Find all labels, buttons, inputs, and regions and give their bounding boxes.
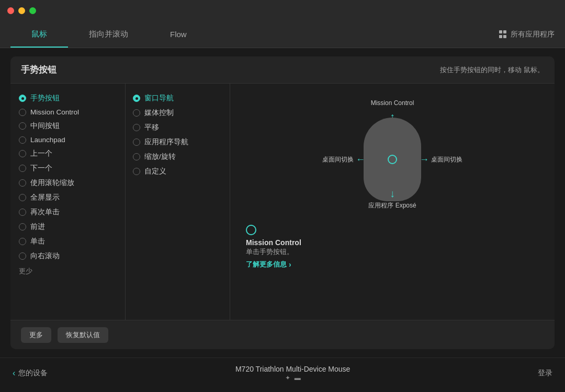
list-item-fullscreen[interactable]: 全屏显示: [10, 190, 125, 205]
all-apps-label: 所有应用程序: [511, 30, 555, 39]
close-button[interactable]: [7, 7, 14, 14]
mouse-right-group: → 桌面间切换: [420, 154, 462, 165]
middle-item-pan[interactable]: 平移: [126, 120, 230, 135]
middle-item-window-nav[interactable]: 窗口导航: [126, 91, 230, 106]
usb-icon: ▬: [295, 374, 301, 382]
back-label: 您的设备: [18, 368, 48, 378]
right-panel: Mission Control ↑ ↓ 应用程序 Exposé 桌面间切换 ←: [230, 84, 555, 320]
list-item-forward[interactable]: 前进: [10, 220, 125, 234]
section-header: 手势按钮 按住手势按钮的同时，移动 鼠标。: [10, 56, 555, 84]
main-card: 手势按钮 按住手势按钮的同时，移动 鼠标。 手势按钮 Mission Contr…: [10, 56, 555, 349]
section-description: 按住手势按钮的同时，移动 鼠标。: [440, 65, 544, 75]
radio-forward: [19, 223, 26, 230]
list-item-click[interactable]: 单击: [10, 234, 125, 249]
show-less-button[interactable]: 更少: [10, 263, 125, 279]
radio-custom: [133, 168, 140, 175]
info-description: 单击手势按钮。: [246, 248, 301, 257]
mouse-visualization: Mission Control ↑ ↓ 应用程序 Exposé 桌面间切换 ←: [319, 99, 466, 220]
radio-mission-control: [19, 109, 26, 116]
mouse-center-dot: [388, 155, 397, 164]
grid-icon: [499, 30, 507, 39]
list-item-launchpad[interactable]: Launchpad: [10, 133, 125, 146]
left-panel: 手势按钮 Mission Control 中间按钮 Launchpad 上一个 …: [10, 84, 126, 320]
device-name: M720 Triathlon Multi-Device Mouse: [235, 365, 350, 373]
list-item-scroll-zoom[interactable]: 使用滚轮缩放: [10, 176, 125, 190]
mouse-label-top: Mission Control: [371, 99, 414, 107]
radio-scroll-right: [19, 252, 26, 260]
mouse-label-left: 桌面间切换: [322, 155, 354, 164]
mouse-left-group: 桌面间切换 ←: [322, 154, 365, 165]
radio-next: [19, 165, 26, 172]
all-apps-section[interactable]: 所有应用程序: [499, 21, 555, 48]
info-title: Mission Control: [246, 238, 301, 247]
section-title: 手势按钮: [21, 64, 56, 76]
maximize-button[interactable]: [29, 7, 36, 14]
content-area: 手势按钮 Mission Control 中间按钮 Launchpad 上一个 …: [10, 84, 555, 320]
radio-middle-btn: [19, 122, 26, 130]
bottom-bar: 更多 恢复默认值: [10, 320, 555, 349]
tab-point-scroll[interactable]: 指向并滚动: [68, 21, 149, 48]
restore-defaults-button[interactable]: 恢复默认值: [58, 327, 108, 343]
mouse-label-bottom: 应用程序 Exposé: [368, 201, 416, 210]
radio-scroll-zoom: [19, 179, 26, 187]
arrow-left-icon: ←: [356, 154, 365, 165]
arrow-down-icon: ↓: [390, 188, 395, 200]
arrow-right-icon: →: [420, 154, 429, 165]
footer: ‹ 您的设备 M720 Triathlon Multi-Device Mouse…: [0, 358, 565, 388]
radio-gesture-btn: [19, 95, 26, 102]
middle-item-app-nav[interactable]: 应用程序导航: [126, 135, 230, 149]
list-item-mission-control[interactable]: Mission Control: [10, 106, 125, 119]
middle-panel: 窗口导航 媒体控制 平移 应用程序导航 缩放/旋转 自定义: [126, 84, 230, 320]
radio-launchpad: [19, 136, 26, 144]
radio-media-ctrl: [133, 109, 140, 117]
login-button[interactable]: 登录: [538, 368, 552, 378]
chevron-right-icon: ›: [289, 260, 291, 269]
tabbar: 鼠标 指向并滚动 Flow 所有应用程序: [0, 21, 565, 48]
middle-item-custom[interactable]: 自定义: [126, 164, 230, 179]
tab-mouse[interactable]: 鼠标: [10, 21, 68, 48]
radio-app-nav: [133, 139, 140, 146]
tab-list: 鼠标 指向并滚动 Flow: [10, 21, 499, 48]
tab-flow[interactable]: Flow: [149, 21, 208, 48]
radio-click: [19, 238, 26, 245]
titlebar: [0, 0, 565, 21]
info-learn-more-link[interactable]: 了解更多信息 ›: [246, 260, 301, 269]
back-to-devices-button[interactable]: ‹ 您的设备: [13, 368, 48, 378]
list-item-prev[interactable]: 上一个: [10, 146, 125, 161]
traffic-lights: [7, 7, 36, 14]
list-item-scroll-right[interactable]: 向右滚动: [10, 249, 125, 263]
bluetooth-icon: ✦: [285, 374, 290, 382]
radio-prev: [19, 150, 26, 157]
list-item-reclick[interactable]: 再次单击: [10, 205, 125, 220]
footer-device-info: M720 Triathlon Multi-Device Mouse ✦ ▬: [235, 365, 350, 382]
list-item-next[interactable]: 下一个: [10, 161, 125, 176]
list-item-middle-btn[interactable]: 中间按钮: [10, 119, 125, 133]
device-icons: ✦ ▬: [235, 374, 350, 382]
list-item-gesture-btn[interactable]: 手势按钮: [10, 91, 125, 106]
middle-item-zoom-rotate[interactable]: 缩放/旋转: [126, 149, 230, 164]
minimize-button[interactable]: [18, 7, 25, 14]
middle-item-media-ctrl[interactable]: 媒体控制: [126, 106, 230, 120]
radio-pan: [133, 124, 140, 131]
radio-reclick: [19, 209, 26, 216]
more-button[interactable]: 更多: [21, 327, 51, 343]
info-section: Mission Control 单击手势按钮。 了解更多信息 ›: [241, 225, 301, 269]
radio-fullscreen: [19, 194, 26, 201]
info-dot-icon: [246, 225, 256, 235]
radio-window-nav: [133, 95, 140, 102]
radio-zoom-rotate: [133, 153, 140, 160]
chevron-left-icon: ‹: [13, 368, 15, 378]
mouse-label-right: 桌面间切换: [431, 155, 462, 164]
